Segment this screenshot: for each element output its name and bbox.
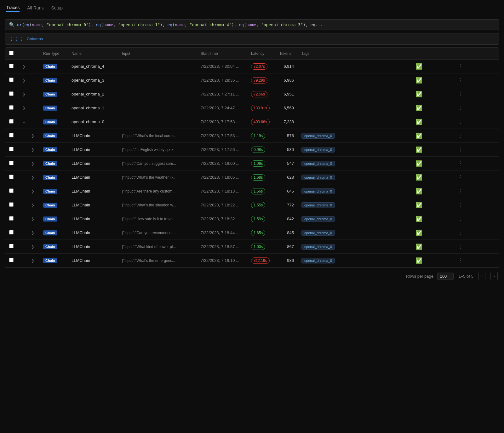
- row-expand: ❯: [17, 198, 39, 212]
- col-run-type[interactable]: Run Type: [39, 48, 68, 60]
- expand-button[interactable]: ❯: [21, 78, 27, 83]
- expand-button[interactable]: ❯: [30, 258, 36, 263]
- row-expand: ❯: [17, 73, 39, 87]
- more-options-button[interactable]: ⋮: [456, 146, 465, 153]
- row-name[interactable]: LLMChain: [68, 198, 118, 212]
- expand-button[interactable]: ❯: [30, 202, 36, 208]
- nav-all-runs[interactable]: All Runs: [27, 4, 43, 12]
- more-options-button[interactable]: ⋮: [456, 104, 465, 112]
- search-bar[interactable]: 🔍 or(eq(name, "openai_chroma_0"), eq(nam…: [5, 19, 499, 30]
- row-status: ✅: [412, 143, 452, 157]
- row-tokens: 845: [276, 226, 298, 240]
- col-start-time[interactable]: Start Time: [197, 48, 247, 60]
- row-select-checkbox[interactable]: [9, 105, 14, 110]
- table-row: ❯ Chain LLMChain {"input":"Can you recom…: [5, 226, 499, 240]
- row-run-type: Chain: [39, 115, 68, 129]
- row-name[interactable]: LLMChain: [68, 129, 118, 143]
- row-name[interactable]: openai_chroma_3: [68, 73, 118, 87]
- nav-traces[interactable]: Traces: [6, 4, 20, 12]
- row-select-checkbox[interactable]: [9, 202, 14, 207]
- expand-button[interactable]: ❯: [21, 64, 27, 69]
- row-more: ⋮: [452, 73, 499, 87]
- traces-table: Run Type Name Input Start Time Latency T…: [5, 48, 499, 268]
- row-expand: ❯: [17, 226, 39, 240]
- row-name[interactable]: openai_chroma_1: [68, 101, 118, 115]
- row-input: {"input":"Can you recommend ...: [118, 226, 197, 240]
- next-page-button[interactable]: ›: [490, 272, 498, 280]
- col-tags[interactable]: Tags: [298, 48, 412, 60]
- prev-page-button[interactable]: ‹: [478, 272, 486, 280]
- expand-button[interactable]: ❯: [21, 91, 27, 97]
- row-name[interactable]: openai_chroma_4: [68, 60, 118, 73]
- row-name[interactable]: LLMChain: [68, 184, 118, 198]
- expand-button[interactable]: ❯: [30, 161, 36, 166]
- more-options-button[interactable]: ⋮: [456, 63, 465, 70]
- latency-badge: 1.59s: [251, 216, 265, 222]
- expand-button[interactable]: ❯: [30, 147, 36, 153]
- status-ok-icon: ✅: [415, 147, 422, 153]
- row-checkbox: [5, 212, 17, 226]
- row-name[interactable]: LLMChain: [68, 143, 118, 157]
- more-options-button[interactable]: ⋮: [456, 188, 465, 195]
- row-select-checkbox[interactable]: [9, 216, 14, 221]
- row-select-checkbox[interactable]: [9, 188, 14, 193]
- latency-badge: 312.19s: [251, 257, 270, 264]
- more-options-button[interactable]: ⋮: [456, 132, 465, 139]
- row-select-checkbox[interactable]: [9, 147, 14, 151]
- row-select-checkbox[interactable]: [9, 230, 14, 234]
- col-tokens[interactable]: Tokens: [276, 48, 298, 60]
- row-name[interactable]: openai_chroma_0: [68, 115, 118, 129]
- col-input[interactable]: Input: [118, 48, 197, 60]
- row-name[interactable]: LLMChain: [68, 212, 118, 226]
- columns-toolbar[interactable]: ⋮⋮⋮ Columns: [5, 33, 499, 45]
- row-tags: [298, 115, 412, 129]
- row-status: ✅: [412, 157, 452, 170]
- row-select-checkbox[interactable]: [9, 119, 14, 124]
- select-all-checkbox[interactable]: [9, 51, 14, 55]
- row-select-checkbox[interactable]: [9, 91, 14, 96]
- row-name[interactable]: LLMChain: [68, 254, 118, 268]
- more-options-button[interactable]: ⋮: [456, 77, 465, 84]
- col-name[interactable]: Name: [68, 48, 118, 60]
- more-options-button[interactable]: ⋮: [456, 243, 465, 250]
- more-options-button[interactable]: ⋮: [456, 160, 465, 167]
- expand-button[interactable]: ❯: [30, 244, 36, 250]
- row-run-type: Chain: [39, 73, 68, 87]
- row-tags: openai_chroma_0: [298, 240, 412, 254]
- col-latency[interactable]: Latency: [247, 48, 276, 60]
- more-options-button[interactable]: ⋮: [456, 174, 465, 181]
- expand-button[interactable]: ❯: [30, 133, 36, 139]
- more-options-button[interactable]: ⋮: [456, 118, 465, 125]
- row-select-checkbox[interactable]: [9, 175, 14, 179]
- more-options-button[interactable]: ⋮: [456, 215, 465, 222]
- row-select-checkbox[interactable]: [9, 244, 14, 248]
- table-body: ❯ Chain openai_chroma_4 7/22/2023, 7:30:…: [5, 60, 499, 268]
- row-name[interactable]: LLMChain: [68, 226, 118, 240]
- table-row: ❯ Chain LLMChain {"input":"Can you sugge…: [5, 157, 499, 170]
- more-options-button[interactable]: ⋮: [456, 229, 465, 236]
- row-select-checkbox[interactable]: [9, 133, 14, 137]
- row-select-checkbox[interactable]: [9, 161, 14, 165]
- more-options-button[interactable]: ⋮: [456, 201, 465, 209]
- expand-button[interactable]: ❯: [30, 230, 36, 236]
- row-select-checkbox[interactable]: [9, 78, 14, 82]
- more-options-button[interactable]: ⋮: [456, 257, 465, 264]
- rows-per-page-select[interactable]: 100 50 25: [437, 273, 454, 280]
- expand-button[interactable]: ⌄: [21, 119, 27, 125]
- row-select-checkbox[interactable]: [9, 64, 14, 68]
- expand-button[interactable]: ❯: [30, 216, 36, 222]
- row-name[interactable]: LLMChain: [68, 157, 118, 170]
- row-select-checkbox[interactable]: [9, 258, 14, 262]
- more-options-button[interactable]: ⋮: [456, 90, 465, 98]
- col-checkbox: [5, 48, 17, 60]
- expand-button[interactable]: ❯: [21, 105, 27, 111]
- row-name[interactable]: openai_chroma_2: [68, 87, 118, 101]
- latency-badge: 0.98s: [251, 147, 265, 153]
- expand-button[interactable]: ❯: [30, 188, 36, 194]
- row-name[interactable]: LLMChain: [68, 170, 118, 184]
- row-name[interactable]: LLMChain: [68, 240, 118, 254]
- row-more: ⋮: [452, 60, 499, 73]
- row-more: ⋮: [452, 184, 499, 198]
- nav-setup[interactable]: Setup: [51, 4, 63, 12]
- expand-button[interactable]: ❯: [30, 175, 36, 180]
